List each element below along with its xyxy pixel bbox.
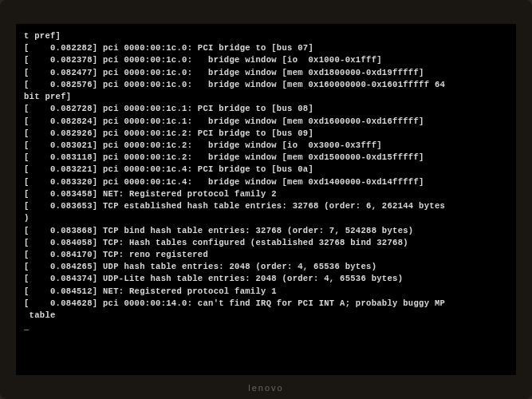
log-line: [ 0.082728] pci 0000:00:1c.1: PCI bridge… bbox=[24, 103, 508, 115]
log-line: [ 0.082576] pci 0000:00:1c.0: bridge win… bbox=[24, 79, 508, 91]
log-line: t pref] bbox=[24, 30, 508, 42]
log-line: table bbox=[24, 310, 508, 322]
laptop-brand-label: lenovo bbox=[248, 383, 283, 393]
log-line: [ 0.083118] pci 0000:00:1c.2: bridge win… bbox=[24, 152, 508, 164]
log-line: [ 0.083653] TCP established hash table e… bbox=[24, 200, 508, 212]
log-line: [ 0.083221] pci 0000:00:1c.4: PCI bridge… bbox=[24, 164, 508, 176]
log-line: [ 0.084512] NET: Registered protocol fam… bbox=[24, 286, 508, 298]
log-line: [ 0.082282] pci 0000:00:1c.0: PCI bridge… bbox=[24, 42, 508, 54]
log-line: [ 0.083021] pci 0000:00:1c.2: bridge win… bbox=[24, 140, 508, 152]
log-line: [ 0.082926] pci 0000:00:1c.2: PCI bridge… bbox=[24, 128, 508, 140]
log-line: [ 0.083320] pci 0000:00:1c.4: bridge win… bbox=[24, 176, 508, 188]
log-line: [ 0.084058] TCP: Hash tables configured … bbox=[24, 237, 508, 249]
log-line: [ 0.084374] UDP-Lite hash table entries:… bbox=[24, 273, 508, 285]
log-line: [ 0.084265] UDP hash table entries: 2048… bbox=[24, 261, 508, 273]
log-line: [ 0.082477] pci 0000:00:1c.0: bridge win… bbox=[24, 67, 508, 79]
kernel-log-output: t pref][ 0.082282] pci 0000:00:1c.0: PCI… bbox=[24, 30, 508, 334]
log-line: bit pref] bbox=[24, 91, 508, 103]
boot-screen: t pref][ 0.082282] pci 0000:00:1c.0: PCI… bbox=[16, 24, 516, 375]
log-line: [ 0.083458] NET: Registered protocol fam… bbox=[24, 188, 508, 200]
log-line: [ 0.084628] pci 0000:00:14.0: can't find… bbox=[24, 298, 508, 310]
log-line: ) bbox=[24, 212, 508, 224]
log-line: [ 0.084170] TCP: reno registered bbox=[24, 249, 508, 261]
laptop-frame: t pref][ 0.082282] pci 0000:00:1c.0: PCI… bbox=[0, 0, 532, 399]
log-line: _ bbox=[24, 322, 508, 334]
log-line: [ 0.082378] pci 0000:00:1c.0: bridge win… bbox=[24, 54, 508, 66]
log-line: [ 0.082824] pci 0000:00:1c.1: bridge win… bbox=[24, 116, 508, 128]
log-line: [ 0.083868] TCP bind hash table entries:… bbox=[24, 225, 508, 237]
